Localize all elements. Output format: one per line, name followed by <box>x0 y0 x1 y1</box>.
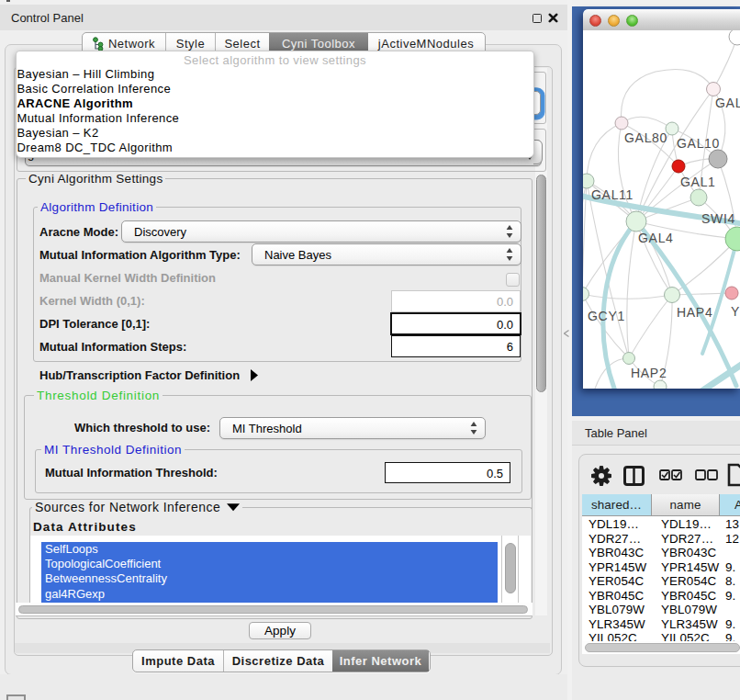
svg-text:GAL2: GAL2 <box>715 96 740 110</box>
svg-text:GAL80: GAL80 <box>624 130 667 145</box>
svg-text:HAP2: HAP2 <box>631 366 667 380</box>
svg-text:GAL11: GAL11 <box>591 187 633 202</box>
svg-text:GAL4: GAL4 <box>638 231 674 245</box>
svg-text:YM: YM <box>731 304 740 319</box>
svg-text:HAP4: HAP4 <box>677 305 712 320</box>
svg-text:GAL1: GAL1 <box>680 175 716 189</box>
svg-text:SWI4: SWI4 <box>701 211 735 226</box>
svg-text:GCY1: GCY1 <box>588 309 625 323</box>
svg-text:GAL10: GAL10 <box>677 136 720 151</box>
